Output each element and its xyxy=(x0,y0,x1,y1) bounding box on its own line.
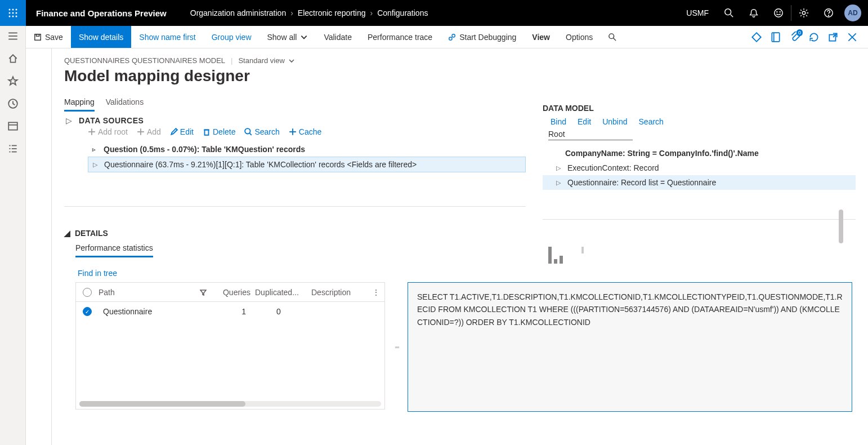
modules-icon[interactable] xyxy=(7,143,19,154)
details-header[interactable]: ◢ DETAILS xyxy=(64,229,856,238)
refresh-icon[interactable] xyxy=(808,32,820,43)
attachment-icon[interactable]: 0 xyxy=(789,32,800,43)
row-select-radio[interactable] xyxy=(83,307,92,316)
help-icon[interactable] xyxy=(816,0,841,26)
avatar[interactable]: AD xyxy=(844,5,861,21)
search-icon[interactable] xyxy=(717,0,741,26)
add-root-button[interactable]: Add root xyxy=(88,127,128,136)
data-model-title: DATA MODEL xyxy=(543,104,856,113)
scrollbar-horizontal[interactable] xyxy=(79,401,381,407)
expand-icon[interactable]: ▷ xyxy=(556,164,562,172)
topbar-right: USMF AD xyxy=(678,0,868,26)
view-selector[interactable]: Standard view xyxy=(238,56,294,65)
svg-point-46 xyxy=(245,128,250,134)
left-nav-rail xyxy=(0,26,26,445)
show-all-dropdown[interactable]: Show all xyxy=(259,26,316,48)
tree-row-questionnaire[interactable]: ▷ Questionnaire: Record list = Questionn… xyxy=(543,175,856,190)
start-debugging-button[interactable]: Start Debugging xyxy=(440,26,524,48)
environment-label[interactable]: USMF xyxy=(678,8,717,17)
close-icon[interactable] xyxy=(847,32,858,43)
tree-row-question[interactable]: ▹ Question (0.5ms - 0.07%): Table 'KMQue… xyxy=(88,142,526,157)
collapse-icon[interactable]: ◢ xyxy=(64,229,70,238)
star-icon[interactable] xyxy=(7,75,19,87)
column-path[interactable]: Path xyxy=(99,288,115,297)
tab-mapping[interactable]: Mapping xyxy=(64,97,95,112)
cell-duplicated: 0 xyxy=(250,307,307,316)
expand-icon[interactable]: ▷ xyxy=(556,179,562,186)
validate-button[interactable]: Validate xyxy=(316,26,360,48)
search-button[interactable]: Search xyxy=(244,127,279,136)
select-all-radio[interactable] xyxy=(83,288,92,297)
gear-icon[interactable] xyxy=(791,0,816,26)
unbind-button[interactable]: Unbind xyxy=(600,117,627,126)
divider xyxy=(543,219,856,220)
svg-point-1 xyxy=(12,9,14,11)
save-button[interactable]: Save xyxy=(26,26,71,48)
bind-button[interactable]: Bind xyxy=(548,117,566,126)
edit-button[interactable]: Edit xyxy=(575,117,591,126)
tab-performance-statistics[interactable]: Performance statistics xyxy=(75,243,153,257)
show-name-first-label: Show name first xyxy=(139,33,195,42)
collapse-icon[interactable]: ▷ xyxy=(64,116,73,125)
expand-icon[interactable]: ▷ xyxy=(93,161,99,168)
performance-grid: Path Queries Duplicated... Description ⋮… xyxy=(75,282,385,410)
expand-icon[interactable]: ▹ xyxy=(92,146,98,153)
clock-icon[interactable] xyxy=(7,98,19,109)
table-row[interactable]: Questionnaire 1 0 xyxy=(76,302,384,321)
app-launcher-icon[interactable] xyxy=(0,0,26,26)
diamond-icon[interactable] xyxy=(751,32,762,43)
column-duplicated[interactable]: Duplicated... xyxy=(250,288,307,297)
command-bar: Save Show details Show name first Group … xyxy=(0,26,868,48)
edit-button[interactable]: Edit xyxy=(170,127,194,136)
cache-button[interactable]: Cache xyxy=(289,127,321,136)
workspace-icon[interactable] xyxy=(7,121,19,132)
topbar: Finance and Operations Preview Organizat… xyxy=(0,0,868,26)
svg-line-22 xyxy=(614,38,616,40)
chevron-down-icon xyxy=(288,57,295,64)
options-menu[interactable]: Options xyxy=(558,26,601,48)
tree-row-executioncontext[interactable]: ▷ ExecutionContext: Record xyxy=(543,161,856,175)
breadcrumb-item[interactable]: Electronic reporting xyxy=(298,8,366,17)
tree-row-questionnaire[interactable]: ▷ Questionnaire (63.7ms - 9.21%)[1][Q:1]… xyxy=(88,157,526,172)
splitter-vertical[interactable]: ‖ xyxy=(581,248,584,251)
svg-point-21 xyxy=(609,33,614,38)
show-name-first-button[interactable]: Show name first xyxy=(131,26,203,48)
delete-button[interactable]: Delete xyxy=(203,127,235,136)
save-label: Save xyxy=(45,33,63,42)
svg-point-12 xyxy=(777,12,777,12)
chevron-right-icon: › xyxy=(290,8,293,17)
search-button[interactable]: Search xyxy=(637,117,664,126)
breadcrumb-item[interactable]: Configurations xyxy=(377,8,428,17)
tree-row-label: Question (0.5ms - 0.07%): Table 'KMQuest… xyxy=(104,145,305,154)
funnel-icon[interactable] xyxy=(200,289,207,296)
scrollbar-thumb[interactable] xyxy=(839,210,843,243)
svg-point-3 xyxy=(9,12,11,14)
tree-row-label: Questionnaire: Record list = Questionnai… xyxy=(567,178,716,187)
smiley-icon[interactable] xyxy=(766,0,791,26)
add-button[interactable]: Add xyxy=(137,127,161,136)
attachment-badge: 0 xyxy=(797,29,803,36)
find-in-tree-link[interactable]: Find in tree xyxy=(78,269,856,278)
bell-icon[interactable] xyxy=(741,0,766,26)
hamburger-icon[interactable] xyxy=(7,30,19,42)
group-view-button[interactable]: Group view xyxy=(204,26,259,48)
home-icon[interactable] xyxy=(7,53,19,64)
svg-rect-23 xyxy=(772,33,779,42)
sql-preview[interactable]: SELECT T1.ACTIVE,T1.DESCRIPTION,T1.KMCOL… xyxy=(408,282,852,412)
book-icon[interactable] xyxy=(770,32,781,43)
popout-icon[interactable] xyxy=(827,32,839,43)
search-command-icon[interactable] xyxy=(601,26,624,48)
performance-trace-label: Performance trace xyxy=(368,33,432,42)
tree-row-companyname[interactable]: CompanyName: String = CompanyInfo.'find(… xyxy=(543,146,856,161)
splitter-horizontal[interactable]: ═ xyxy=(395,344,397,350)
tab-validations[interactable]: Validations xyxy=(106,97,144,112)
column-description[interactable]: Description xyxy=(307,288,368,297)
chevron-down-icon xyxy=(300,33,308,41)
view-menu[interactable]: View xyxy=(524,26,558,48)
column-queries[interactable]: Queries xyxy=(211,288,250,297)
breadcrumb-item[interactable]: Organization administration xyxy=(190,8,286,17)
performance-trace-button[interactable]: Performance trace xyxy=(360,26,440,48)
more-icon[interactable]: ⋮ xyxy=(368,288,384,297)
svg-rect-17 xyxy=(35,34,41,40)
show-details-button[interactable]: Show details xyxy=(71,26,131,48)
